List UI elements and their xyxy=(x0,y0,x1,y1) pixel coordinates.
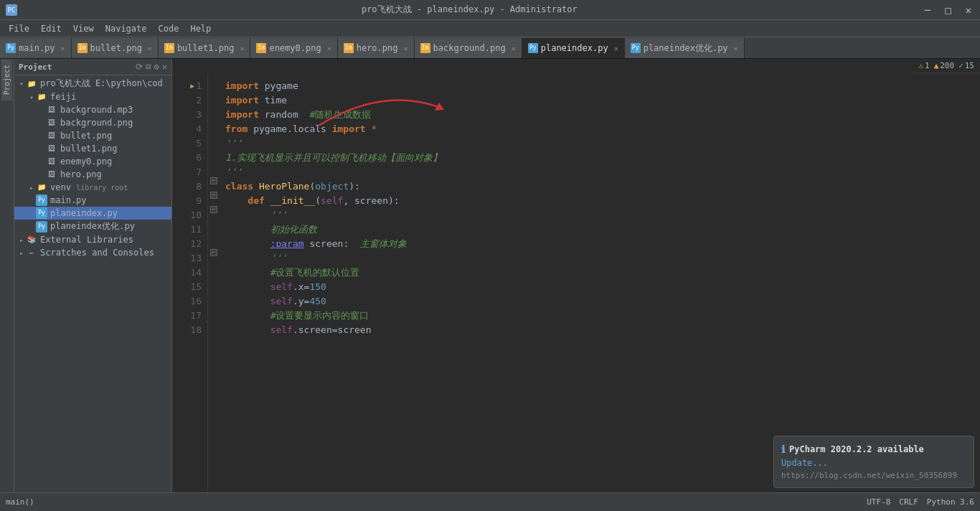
info-icon: ℹ xyxy=(781,444,785,455)
tab-enemy0-png[interactable]: Imenemy0.png✕ xyxy=(250,38,337,58)
tab-icon: Py xyxy=(631,43,641,53)
token: object xyxy=(315,179,349,194)
menu-item-help[interactable]: Help xyxy=(184,20,217,37)
tab-icon: Py xyxy=(528,43,538,53)
file-tree: ▾📁pro飞机大战 E:\python\cod ▾📁feiji 🖼backgro… xyxy=(14,75,171,492)
line-number-16: 16 xyxy=(172,294,207,309)
token xyxy=(225,251,270,266)
tree-item-planeindex-py[interactable]: Pyplaneindex.py xyxy=(14,207,171,220)
gutter-line-3 xyxy=(208,102,220,116)
line-number-11: 11 xyxy=(172,222,207,237)
tree-item-label: hero.png xyxy=(60,169,102,179)
fold-button[interactable]: − xyxy=(210,192,217,199)
close-sidebar-icon[interactable]: ✕ xyxy=(162,62,167,72)
tab-icon: Py xyxy=(6,43,16,53)
token: ( xyxy=(309,179,315,194)
fold-button[interactable]: − xyxy=(210,177,217,184)
token xyxy=(253,179,259,194)
tree-item-hero-png[interactable]: 🖼hero.png xyxy=(14,168,171,181)
tab-label: background.png xyxy=(433,43,506,53)
tree-item-label: pro飞机大战 E:\python\cod xyxy=(40,78,163,90)
notification-update-link[interactable]: Update... xyxy=(781,458,828,468)
tab-bullet-png[interactable]: Imbullet.png✕ xyxy=(72,38,159,58)
code-line-14: #设置飞机的默认位置 xyxy=(225,266,980,280)
tab-close-btn[interactable]: ✕ xyxy=(403,44,407,52)
gutter-line-15 xyxy=(208,274,220,289)
menu-item-navigate[interactable]: Navigate xyxy=(100,20,153,37)
gutter-line-18 xyxy=(208,317,220,332)
gutter-line-17 xyxy=(208,303,220,317)
token xyxy=(366,122,372,136)
tab-hero-png[interactable]: Imhero.png✕ xyxy=(338,38,415,58)
code-line-5: ''' xyxy=(225,136,980,151)
token xyxy=(225,208,270,222)
tree-item-pro-----e--python-cod[interactable]: ▾📁pro飞机大战 E:\python\cod xyxy=(14,77,171,90)
fold-button[interactable]: − xyxy=(210,249,217,256)
gutter-line-2 xyxy=(208,88,220,102)
tree-item-scratches-and-consoles[interactable]: ▸✏Scratches and Consoles xyxy=(14,246,171,259)
tab-close-btn[interactable]: ✕ xyxy=(240,44,244,52)
tree-item-label: venv library root xyxy=(50,182,128,192)
collapse-icon[interactable]: ⊟ xyxy=(146,62,151,72)
code-line-10: ''' xyxy=(225,208,980,222)
sidebar-header: Project ⟳ ⊟ ⚙ ✕ xyxy=(14,59,171,75)
gutter-line-16 xyxy=(208,289,220,303)
notification-url: https://blog.csdn.net/weixin_50356899 xyxy=(781,471,966,480)
tab-label: bullet.png xyxy=(90,43,142,53)
line-number-5: 5 xyxy=(172,136,207,151)
token: 主窗体对象 xyxy=(360,237,407,251)
tab-close-btn[interactable]: ✕ xyxy=(148,44,152,52)
token: screen: xyxy=(304,237,360,251)
line-number-2: 2 xyxy=(172,93,207,108)
token: 1.实现飞机显示并且可以控制飞机移动【面向对象】 xyxy=(225,151,442,165)
tree-item-background-mp3[interactable]: 🖼background.mp3 xyxy=(14,103,171,116)
tab-close-btn[interactable]: ✕ xyxy=(512,44,516,52)
menubar: FileEditViewNavigateCodeHelp xyxy=(0,20,980,37)
tab-close-btn[interactable]: ✕ xyxy=(61,44,65,52)
notification-title: ℹ PyCharm 2020.2.2 available xyxy=(781,444,966,455)
project-edge-tab[interactable]: Project xyxy=(1,59,12,100)
token: #随机生成数据 xyxy=(309,108,371,122)
minimize-button[interactable]: ─ xyxy=(922,4,933,16)
tree-item-feiji[interactable]: ▾📁feiji xyxy=(14,90,171,103)
tab-planeindex-py[interactable]: Pyplaneindex.py✕ xyxy=(522,38,625,58)
code-lines[interactable]: import pygameimport timeimport random #随… xyxy=(220,73,980,492)
token: import xyxy=(225,79,259,93)
fold-button[interactable]: − xyxy=(210,206,217,213)
token: import xyxy=(332,122,366,136)
tree-item-venv-library-root[interactable]: ▸📁venv library root xyxy=(14,181,171,194)
tab-planeindex---py[interactable]: Pyplaneindex优化.py✕ xyxy=(625,38,745,58)
tree-item-planeindex---py[interactable]: Pyplaneindex优化.py xyxy=(14,220,171,233)
tab-close-btn[interactable]: ✕ xyxy=(734,44,738,52)
token xyxy=(225,323,270,337)
tree-item-background-png[interactable]: 🖼background.png xyxy=(14,116,171,129)
tab-main-py[interactable]: Pymain.py✕ xyxy=(0,38,72,58)
file-type-icon: 📁 xyxy=(26,78,37,90)
gutter-line-13: − xyxy=(208,245,220,260)
tree-item-main-py[interactable]: Pymain.py xyxy=(14,194,171,207)
settings-icon[interactable]: ⚙ xyxy=(154,62,159,72)
tab-bullet1-png[interactable]: Imbullet1.png✕ xyxy=(159,38,251,58)
tree-item-bullet-png[interactable]: 🖼bullet.png xyxy=(14,129,171,142)
menu-item-code[interactable]: Code xyxy=(153,20,185,37)
file-type-icon: Py xyxy=(36,207,47,219)
tab-close-btn[interactable]: ✕ xyxy=(614,44,618,52)
sync-icon[interactable]: ⟳ xyxy=(136,62,143,72)
tree-item-bullet1-png[interactable]: 🖼bullet1.png xyxy=(14,142,171,155)
tab-close-btn[interactable]: ✕ xyxy=(327,44,331,52)
close-button[interactable]: ✕ xyxy=(963,4,974,16)
app-logo: PC xyxy=(6,4,17,16)
maximize-button[interactable]: □ xyxy=(942,4,953,16)
gutter-line-12 xyxy=(208,231,220,245)
menu-item-edit[interactable]: Edit xyxy=(35,20,67,37)
code-line-18: self.screen=screen xyxy=(225,323,980,337)
file-type-icon: 📁 xyxy=(36,91,47,103)
tree-item-external-libraries[interactable]: ▸📚External Libraries xyxy=(14,233,171,246)
statusbar-python: Python 3.6 xyxy=(927,497,974,507)
menu-item-file[interactable]: File xyxy=(3,20,35,37)
menu-item-view[interactable]: View xyxy=(67,20,100,37)
tree-item-enemy0-png[interactable]: 🖼enemy0.png xyxy=(14,155,171,168)
tab-label: hero.png xyxy=(357,43,398,53)
line-number-6: 6 xyxy=(172,151,207,165)
tab-background-png[interactable]: Imbackground.png✕ xyxy=(415,38,522,58)
